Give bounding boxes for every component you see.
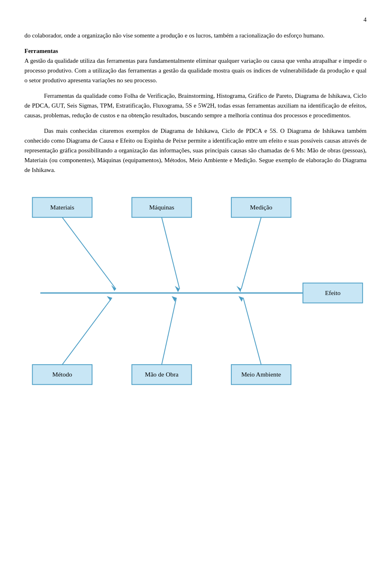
metodo-label: Método (53, 371, 72, 378)
page-number: 4 (24, 16, 367, 23)
maquinas-arrow-line (162, 217, 180, 289)
ishikawa-diagram: Materiais Máquinas Medição Efeito Método (24, 187, 367, 401)
paragraph-2: Ferramentas A gestão da qualidade utiliz… (24, 46, 367, 85)
efeito-label: Efeito (325, 289, 340, 296)
diagram-svg: Materiais Máquinas Medição Efeito Método (24, 187, 367, 399)
mao-obra-arrow-line (162, 298, 176, 365)
meio-ambiente-arrow-line (243, 298, 261, 365)
materiais-arrow-line (62, 217, 116, 289)
section-heading-ferramentas: Ferramentas (24, 48, 58, 54)
medicao-label: Medição (250, 204, 272, 211)
maquinas-label: Máquinas (149, 204, 174, 211)
meio-ambiente-label: Meio Ambiente (241, 371, 281, 378)
meio-ambiente-arrowhead (238, 296, 243, 302)
paragraph-4: Das mais conhecidas citaremos exemplos d… (24, 126, 367, 175)
metodo-arrow-line (62, 298, 112, 365)
medicao-arrowhead (237, 286, 242, 292)
materiais-label: Materiais (50, 204, 74, 211)
paragraph-3: Ferramentas da qualidade como Folha de V… (24, 91, 367, 120)
medicao-arrow-line (241, 217, 261, 289)
paragraph-1: do colaborador, onde a organização não v… (24, 31, 367, 40)
metodo-arrowhead (107, 296, 112, 301)
mao-de-obra-label: Mão de Obra (145, 371, 178, 378)
